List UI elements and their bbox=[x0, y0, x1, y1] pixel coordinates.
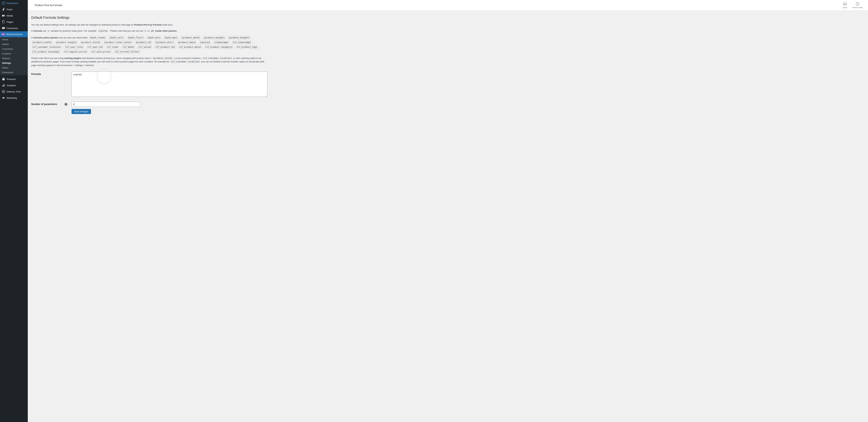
sidebar-item-woocommerce[interactable]: WooWooCommerce bbox=[0, 31, 28, 37]
finish-setup-button[interactable]: Finish setup bbox=[852, 2, 863, 8]
shortcode-tag: [if_product_meta] bbox=[178, 45, 202, 49]
num-params-label: Number of parameters ? bbox=[31, 102, 71, 106]
sidebar-item-label: Comments bbox=[7, 27, 18, 30]
shortcode-tag: [to_timestamp] bbox=[232, 40, 252, 45]
sidebar-item-comments[interactable]: Comments bbox=[0, 25, 28, 31]
circle-icon bbox=[856, 2, 860, 6]
sidebar-sub-coupons[interactable]: Coupons bbox=[0, 51, 28, 56]
code-x2: x bbox=[144, 29, 147, 32]
sidebar-sub-status[interactable]: Status bbox=[0, 65, 28, 70]
code-customer-loc2: [if_customer_location] bbox=[170, 60, 200, 63]
shortcode-tag: [math_floor] bbox=[127, 35, 144, 40]
sidebar-item-dashboard[interactable]: Dashboard bbox=[0, 0, 28, 6]
svg-rect-5 bbox=[2, 85, 3, 87]
shortcode-tag: [if_date] bbox=[122, 45, 135, 49]
svg-rect-4 bbox=[2, 78, 5, 80]
media-icon bbox=[2, 14, 5, 18]
shortcode-tag: [product_weight] bbox=[203, 35, 225, 40]
desc-3: In formula and/or params use can also us… bbox=[31, 35, 267, 54]
megaphone-icon bbox=[2, 96, 5, 100]
code-example: x+p1*p2 bbox=[98, 29, 108, 32]
sidebar-item-label: WooCommerce bbox=[6, 33, 23, 36]
shortcode-tag: [if_current_filter] bbox=[114, 49, 141, 54]
dashboard-icon bbox=[2, 1, 5, 5]
desc-1: You can set default settings here. All s… bbox=[31, 23, 267, 27]
sidebar-item-products[interactable]: Products bbox=[0, 76, 28, 82]
shortcode-tag: [math_round] bbox=[89, 35, 106, 40]
sidebar-item-label: Posts bbox=[7, 8, 12, 11]
sidebar-item-marketing[interactable]: Marketing bbox=[0, 95, 28, 101]
sidebar-item-delivery-time[interactable]: Delivery Time bbox=[0, 88, 28, 95]
shortcode-tag: [if_sale_price] bbox=[90, 49, 112, 54]
save-button[interactable]: Save changes bbox=[71, 109, 91, 114]
sidebar-submenu: Home Orders Customers Coupons Reports Se… bbox=[0, 37, 28, 75]
sidebar-sub-customers[interactable]: Customers bbox=[0, 47, 28, 51]
shortcode-tag: [if_time] bbox=[106, 45, 120, 49]
shortcode-tag: [product_attr] bbox=[155, 40, 175, 45]
pin-icon bbox=[2, 8, 5, 11]
sidebar-item-label: Pages bbox=[7, 21, 13, 23]
sidebar-item-posts[interactable]: Posts bbox=[0, 6, 28, 12]
sidebar-sub-reports[interactable]: Reports bbox=[0, 56, 28, 61]
shortcode-tag: [product_width] bbox=[31, 40, 53, 45]
svg-rect-1 bbox=[2, 15, 4, 17]
sidebar-item-label: Media bbox=[7, 15, 13, 17]
svg-rect-9 bbox=[843, 3, 846, 5]
num-params-input[interactable] bbox=[71, 102, 140, 107]
svg-rect-6 bbox=[3, 85, 4, 87]
shortcode-tag: [if_user_id] bbox=[87, 45, 104, 49]
sidebar-item-label: Delivery Time bbox=[7, 90, 21, 93]
sidebar-sub-home[interactable]: Home bbox=[0, 37, 28, 42]
page-title: Product Price by Formula bbox=[31, 4, 843, 7]
shortcode-tag: [timestamp] bbox=[213, 40, 229, 45]
code-x: x bbox=[47, 29, 50, 32]
shortcode-tag: [product_date] bbox=[177, 40, 197, 45]
shortcode-tag: [if_regular_price] bbox=[63, 49, 88, 54]
sidebar-item-label: Products bbox=[7, 78, 16, 81]
shortcode-tag: [math_ceil] bbox=[108, 35, 125, 40]
section-heading: Default Formula Settings bbox=[31, 16, 267, 20]
shortcode-tag: [math_min] bbox=[147, 35, 161, 40]
clock-icon bbox=[2, 90, 5, 93]
sidebar-item-label: Dashboard bbox=[7, 2, 18, 4]
desc-4: Please note that if you are using cachin… bbox=[31, 56, 267, 67]
topbar: Product Price by Formula Inbox Finish se… bbox=[28, 0, 868, 10]
finish-label: Finish setup bbox=[852, 6, 863, 8]
sidebar-item-media[interactable]: Media bbox=[0, 12, 28, 19]
code-product-stock: [product_stock] bbox=[152, 57, 173, 60]
inbox-button[interactable]: Inbox bbox=[843, 2, 847, 8]
comments-icon bbox=[2, 26, 5, 30]
admin-sidebar: Dashboard Posts Media Pages Comments Woo… bbox=[0, 0, 28, 422]
help-icon[interactable]: ? bbox=[65, 103, 67, 106]
analytics-icon bbox=[2, 84, 5, 87]
woo-icon: Woo bbox=[2, 33, 5, 36]
code-customer-loc: [if_customer_location] bbox=[202, 57, 233, 60]
sidebar-item-pages[interactable]: Pages bbox=[0, 19, 28, 25]
sidebar-sub-extensions[interactable]: Extensions bbox=[0, 70, 28, 75]
formula-textarea[interactable] bbox=[71, 72, 267, 97]
sidebar-sub-orders[interactable]: Orders bbox=[0, 42, 28, 47]
shortcode-tag: [if_product_taxonomy] bbox=[31, 49, 61, 54]
shortcode-tag: [product_meta] bbox=[181, 35, 200, 40]
shortcode-tag: [option] bbox=[199, 40, 211, 45]
shortcode-tag: [if_product_category] bbox=[204, 45, 234, 49]
sidebar-item-analytics[interactable]: Analytics bbox=[0, 82, 28, 88]
shortcode-tag: [if_customer_location] bbox=[31, 45, 62, 49]
products-icon bbox=[2, 77, 5, 81]
sidebar-sub-settings[interactable]: Settings bbox=[0, 61, 28, 65]
shortcode-tag: [if_product_id] bbox=[155, 45, 176, 49]
inbox-icon bbox=[843, 2, 847, 6]
svg-point-10 bbox=[856, 2, 859, 5]
shortcode-tag: [if_product_tag] bbox=[236, 45, 258, 49]
svg-rect-3 bbox=[3, 21, 4, 23]
shortcode-tag: [product_total_sales] bbox=[103, 40, 133, 45]
shortcode-tag: [if_value] bbox=[137, 45, 152, 49]
desc-2: In formula use x variable for product's … bbox=[31, 29, 267, 33]
shortcode-tag: [product_id] bbox=[135, 40, 152, 45]
pages-icon bbox=[2, 20, 5, 24]
shortcode-tag: [product_height] bbox=[228, 35, 250, 40]
formula-label: Formula bbox=[31, 72, 71, 76]
code-pn: pN bbox=[150, 29, 155, 32]
sidebar-item-label: Marketing bbox=[7, 96, 17, 99]
shortcode-tag: [if_user_role] bbox=[64, 45, 84, 49]
